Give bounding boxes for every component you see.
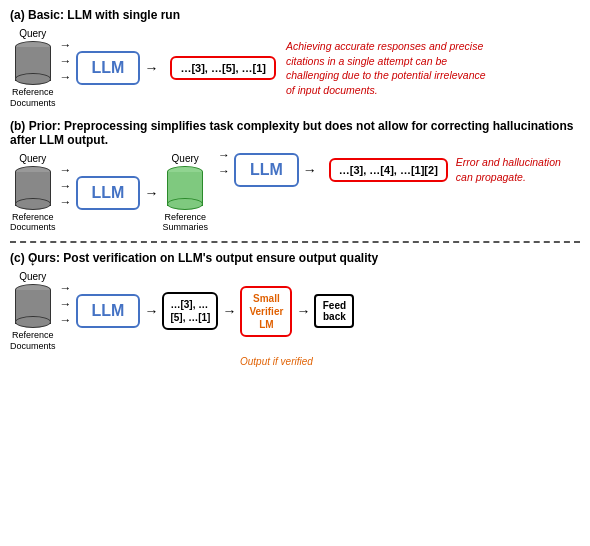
output-box-a: …[3], …[5], …[1] (170, 56, 276, 80)
c-db-wrap: ↓ Query Reference Documents (10, 271, 56, 352)
arrow-b1: → (144, 185, 158, 201)
section-c-title: (c) Ours: Post verification on LLM's out… (10, 251, 580, 265)
red-description-a: Achieving accurate responses and precise… (286, 39, 486, 98)
arrow-llm-output-a: → (144, 60, 158, 76)
verified-wrap: Output if verified (240, 356, 580, 367)
query-label-c: Query (19, 271, 46, 282)
arrows-b1: → → → (60, 163, 72, 209)
section-b: (b) Prior: Preprocessing simplifies task… (10, 119, 580, 234)
db-label-b1: Reference Documents (10, 212, 56, 234)
db-label-a: Reference Documents (10, 87, 56, 109)
section-divider (10, 241, 580, 243)
arrow-c1: → (144, 303, 158, 319)
llm-box-a: LLM (76, 51, 141, 85)
error-text-b: Error and hallucination can propagate. (456, 155, 561, 184)
db-group-b1: Query Reference Documents (10, 153, 56, 234)
feedback-box-c: Feed back (314, 294, 354, 328)
section-b-title: (b) Prior: Preprocessing simplifies task… (10, 119, 580, 147)
llm-box-c: LLM (76, 294, 141, 328)
verifier-box-c: Small Verifier LM (240, 286, 292, 337)
arrows-a: → → → (60, 38, 72, 84)
verified-text-c: Output if verified (240, 356, 580, 367)
db-group-a: Query Reference Documents (10, 28, 56, 109)
diagram-a: Query Reference Documents → → → LLM → …[… (10, 28, 580, 109)
db-cylinder-b2 (167, 166, 203, 210)
arrow-c2: → (222, 303, 236, 319)
feedback-down-arrow: ↓ (30, 253, 37, 268)
output-box-c: …[3], … [5], …[1] (162, 292, 218, 330)
db-label-c: Reference Documents (10, 330, 56, 352)
query-label-b1: Query (19, 153, 46, 164)
llm-box-b2: LLM (234, 153, 299, 187)
diagram-b: Query Reference Documents → → → LLM → Qu… (10, 153, 580, 234)
feedback-group: Feed back (314, 294, 354, 328)
arrow-b2: → (303, 162, 317, 178)
arrows-b2: → → (218, 148, 230, 178)
arrow-c3: → (296, 303, 310, 319)
db-cylinder-b1 (15, 166, 51, 210)
query-label-a: Query (19, 28, 46, 39)
section-c: (c) Ours: Post verification on LLM's out… (10, 251, 580, 367)
llm-box-b1: LLM (76, 176, 141, 210)
db-cylinder-a (15, 41, 51, 85)
db-group-c: Query Reference Documents (10, 271, 56, 352)
db-cylinder-c (15, 284, 51, 328)
output-box-b: …[3], …[4], …[1][2] (329, 158, 448, 182)
db-group-b2: Query Reference Summaries (162, 153, 208, 234)
b-left-group: Query Reference Documents → → → LLM → (10, 153, 162, 234)
section-a-title: (a) Basic: LLM with single run (10, 8, 580, 22)
b-right-group: → → LLM → …[3], …[4], …[1][2] Error and … (214, 153, 561, 187)
diagram-c: ↓ Query Reference Documents → → → LLM → … (10, 271, 580, 352)
db-label-b2: Reference Summaries (162, 212, 208, 234)
section-a: (a) Basic: LLM with single run Query Ref… (10, 8, 580, 109)
query-label-b2: Query (172, 153, 199, 164)
arrows-c: → → → (60, 281, 72, 327)
